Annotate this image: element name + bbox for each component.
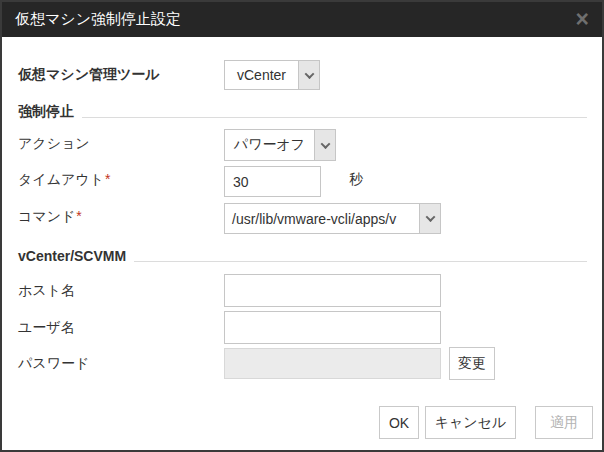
section-divider [82, 117, 587, 118]
command-label-text: コマンド [18, 208, 75, 224]
chevron-down-icon [314, 130, 335, 160]
timeout-input[interactable] [224, 166, 321, 197]
password-change-button[interactable]: 変更 [449, 347, 495, 380]
user-input[interactable] [224, 311, 441, 344]
timeout-label: タイムアウト* [18, 171, 110, 187]
section-force-stop-label: 強制停止 [18, 103, 74, 121]
section-vcenter-scvmm: vCenter/SCVMM [18, 248, 587, 264]
dialog-title: 仮想マシン強制停止設定 [15, 10, 181, 29]
timeout-unit: 秒 [349, 171, 363, 189]
command-value: /usr/lib/vmware-vcli/apps/v [225, 204, 419, 233]
required-mark: * [105, 171, 110, 187]
chevron-down-icon [298, 61, 319, 89]
vm-tool-label: 仮想マシン管理ツール [18, 66, 160, 82]
action-label: アクション [18, 135, 90, 151]
ok-button[interactable]: OK [379, 406, 419, 439]
user-label: ユーザ名 [18, 319, 75, 335]
password-label: パスワード [18, 355, 89, 371]
vm-force-stop-dialog: 仮想マシン強制停止設定 × 仮想マシン管理ツール vCenter 強制停止 アク… [0, 0, 604, 452]
section-divider [134, 261, 587, 262]
section-vcenter-scvmm-label: vCenter/SCVMM [18, 248, 126, 264]
vm-tool-select[interactable]: vCenter [224, 60, 320, 90]
host-label: ホスト名 [18, 282, 75, 298]
vm-tool-selected-value: vCenter [225, 61, 298, 89]
cancel-button[interactable]: キャンセル [425, 406, 516, 439]
command-combobox[interactable]: /usr/lib/vmware-vcli/apps/v [224, 203, 441, 234]
dialog-titlebar: 仮想マシン強制停止設定 × [2, 2, 602, 37]
chevron-down-icon [419, 204, 440, 233]
section-force-stop: 強制停止 [18, 104, 587, 120]
close-icon[interactable]: × [576, 8, 589, 31]
timeout-label-text: タイムアウト [18, 171, 104, 187]
host-input[interactable] [224, 274, 441, 307]
apply-button[interactable]: 適用 [535, 406, 593, 439]
required-mark: * [76, 208, 81, 224]
password-input [224, 348, 441, 379]
action-select[interactable]: パワーオフ [224, 129, 336, 161]
action-selected-value: パワーオフ [225, 130, 314, 160]
command-label: コマンド* [18, 208, 82, 224]
